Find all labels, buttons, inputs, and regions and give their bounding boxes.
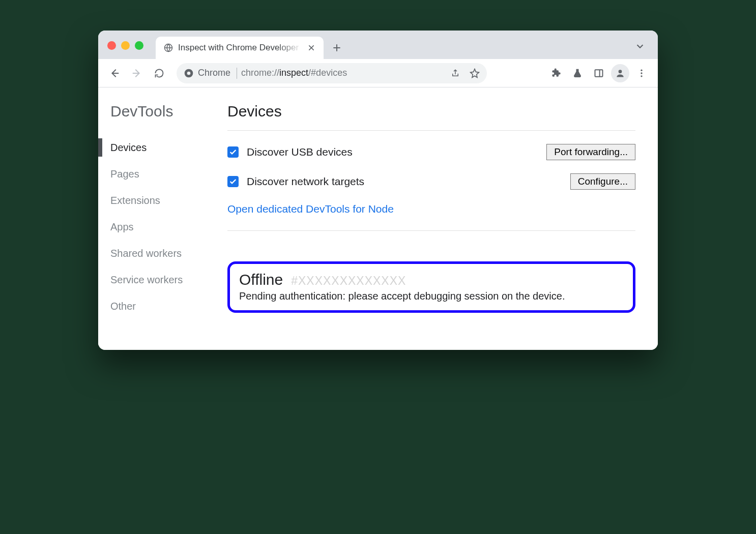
- main-panel: Devices Discover USB devices Port forwar…: [227, 103, 646, 319]
- sidebar-item-pages[interactable]: Pages: [105, 161, 227, 187]
- sidebar-item-shared-workers[interactable]: Shared workers: [105, 240, 227, 266]
- bookmark-star-icon[interactable]: [467, 65, 483, 81]
- svg-point-6: [641, 72, 642, 74]
- option-label: Discover network targets: [247, 175, 364, 188]
- new-tab-button[interactable]: [332, 43, 342, 53]
- sidebar-item-other[interactable]: Other: [105, 293, 227, 319]
- tab-title: Inspect with Chrome Developer: [178, 43, 302, 53]
- address-bar[interactable]: Chrome chrome://inspect/#devices: [177, 63, 487, 83]
- globe-icon: [164, 43, 173, 52]
- page-title: Devices: [227, 103, 635, 120]
- device-panel: Offline #XXXXXXXXXXXXX Pending authentic…: [227, 261, 635, 313]
- divider: [227, 230, 635, 231]
- tab-close-icon[interactable]: [307, 44, 315, 52]
- browser-tab[interactable]: Inspect with Chrome Developer: [156, 37, 324, 59]
- svg-point-4: [619, 70, 622, 73]
- back-button[interactable]: [105, 64, 124, 82]
- extensions-icon[interactable]: [547, 64, 565, 82]
- window-close-button[interactable]: [107, 41, 116, 50]
- tab-list-chevron-icon[interactable]: [634, 41, 649, 52]
- reload-button[interactable]: [150, 64, 168, 82]
- port-forwarding-button[interactable]: Port forwarding...: [546, 144, 635, 160]
- window-controls: [107, 41, 143, 50]
- open-node-devtools-link[interactable]: Open dedicated DevTools for Node: [227, 203, 394, 215]
- svg-point-2: [187, 71, 191, 75]
- sidebar-item-apps[interactable]: Apps: [105, 214, 227, 240]
- sidebar-item-devices[interactable]: Devices: [105, 134, 227, 161]
- toolbar: Chrome chrome://inspect/#devices: [98, 59, 658, 87]
- option-discover-usb: Discover USB devices Port forwarding...: [227, 131, 635, 173]
- option-discover-network: Discover network targets Configure...: [227, 173, 635, 203]
- omnibox-actions: [447, 65, 483, 81]
- site-info-chip[interactable]: Chrome: [184, 68, 237, 79]
- svg-rect-3: [595, 70, 603, 76]
- labs-flask-icon[interactable]: [568, 64, 587, 82]
- window-minimize-button[interactable]: [121, 41, 130, 50]
- sidebar: DevTools Devices Pages Extensions Apps S…: [98, 103, 227, 319]
- overflow-menu-icon[interactable]: [632, 64, 651, 82]
- device-id: #XXXXXXXXXXXXX: [291, 274, 406, 288]
- profile-avatar-icon[interactable]: [611, 64, 629, 82]
- sidebar-title: DevTools: [105, 103, 227, 120]
- sidebar-item-service-workers[interactable]: Service workers: [105, 266, 227, 293]
- checkbox-discover-network[interactable]: [227, 176, 239, 187]
- svg-point-7: [641, 75, 642, 77]
- node-link-row: Open dedicated DevTools for Node: [227, 203, 635, 230]
- page-content: DevTools Devices Pages Extensions Apps S…: [98, 87, 658, 350]
- browser-window: Inspect with Chrome Developer C: [98, 31, 658, 350]
- sidebar-item-extensions[interactable]: Extensions: [105, 187, 227, 214]
- divider: [237, 68, 237, 79]
- forward-button[interactable]: [128, 64, 146, 82]
- option-label: Discover USB devices: [247, 146, 353, 158]
- device-header: Offline #XXXXXXXXXXXXX: [239, 271, 624, 288]
- device-message: Pending authentication: please accept de…: [239, 290, 624, 302]
- url-text: chrome://inspect/#devices: [241, 68, 443, 78]
- origin-label: Chrome: [198, 68, 230, 78]
- toolbar-actions: [547, 64, 651, 82]
- chrome-logo-icon: [184, 68, 194, 78]
- side-panel-icon[interactable]: [590, 64, 608, 82]
- tab-strip: Inspect with Chrome Developer: [98, 31, 658, 59]
- device-status: Offline: [239, 271, 283, 288]
- configure-button[interactable]: Configure...: [570, 173, 635, 190]
- checkbox-discover-usb[interactable]: [227, 146, 239, 158]
- window-maximize-button[interactable]: [135, 41, 143, 50]
- share-icon[interactable]: [447, 65, 463, 81]
- svg-point-5: [641, 69, 642, 71]
